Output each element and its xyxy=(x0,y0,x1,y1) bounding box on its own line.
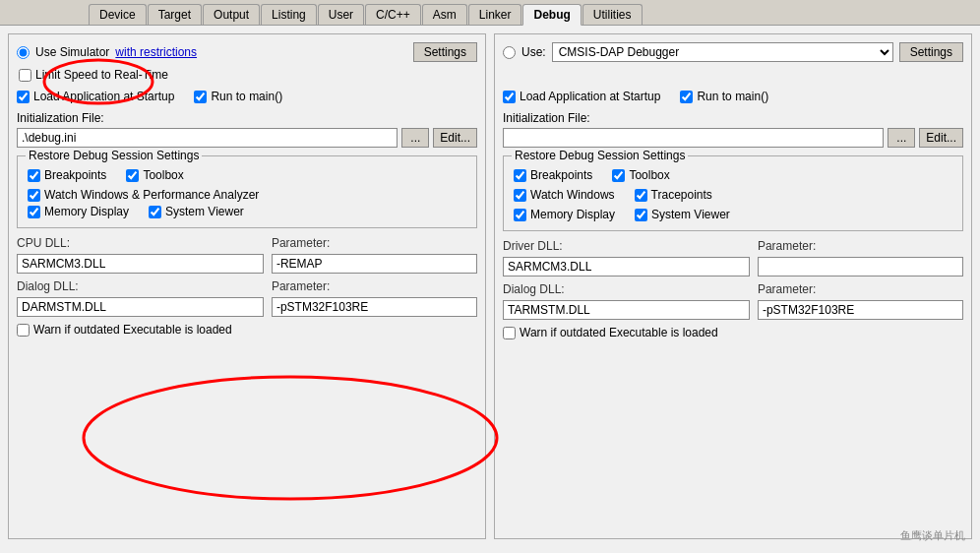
watch-windows-row-left: Watch Windows & Performance Analyzer xyxy=(28,188,466,202)
breakpoints-label-right: Breakpoints xyxy=(530,168,592,182)
watch-windows-label-left: Watch Windows & Performance Analyzer xyxy=(44,188,259,202)
dialog-dll-label-left: Dialog DLL: xyxy=(17,279,264,293)
restore-group-right: Restore Debug Session Settings Breakpoin… xyxy=(503,155,963,231)
dialog-param-input-right[interactable] xyxy=(758,300,963,320)
driver-param-input[interactable] xyxy=(758,257,963,276)
watch-windows-row-right: Watch Windows xyxy=(514,188,615,202)
right-panel: Use: CMSIS-DAP Debugger Settings Load Ap… xyxy=(494,33,972,539)
system-viewer-checkbox-left[interactable] xyxy=(149,206,161,218)
main-container: Device Target Output Listing User C/C++ … xyxy=(0,0,980,553)
memory-display-row-left: Memory Display xyxy=(28,205,129,218)
init-file-row-right: ... Edit... xyxy=(503,128,963,148)
memory-display-checkbox-right[interactable] xyxy=(514,209,526,221)
run-to-main-row-left: Run to main() xyxy=(194,90,282,103)
dialog-dll-input-left[interactable] xyxy=(17,297,264,317)
dialog-param-input-left[interactable] xyxy=(272,297,477,317)
with-restrictions-link[interactable]: with restrictions xyxy=(115,45,197,59)
run-to-main-row-right: Run to main() xyxy=(680,90,768,103)
warn-label-right: Warn if outdated Executable is loaded xyxy=(520,326,718,339)
run-to-main-checkbox-right[interactable] xyxy=(680,91,693,103)
dialog-param-col-right xyxy=(758,300,963,320)
init-file-label-left: Initialization File: xyxy=(17,111,477,125)
browse-button-right[interactable]: ... xyxy=(888,128,915,148)
dialog-dll-labels-row-left: Dialog DLL: Parameter: xyxy=(17,279,477,293)
breakpoints-label-left: Breakpoints xyxy=(44,168,106,182)
run-to-main-label-left: Run to main() xyxy=(211,90,282,103)
use-label-right: Use: xyxy=(521,45,546,59)
use-debugger-radio[interactable] xyxy=(503,46,516,59)
tab-linker[interactable]: Linker xyxy=(468,4,522,25)
tab-output[interactable]: Output xyxy=(203,4,260,25)
dialog-dll-col-left xyxy=(17,297,264,317)
tab-user[interactable]: User xyxy=(318,4,364,25)
right-settings-button[interactable]: Settings xyxy=(899,42,963,62)
tracepoints-label-right: Tracepoints xyxy=(651,188,712,202)
dialog-dll-labels-row-right: Dialog DLL: Parameter: xyxy=(503,282,963,296)
init-file-input-right[interactable] xyxy=(503,128,884,148)
tracepoints-row-right: Tracepoints xyxy=(635,188,712,202)
toolbox-row-left: Toolbox xyxy=(126,168,183,182)
debugger-select[interactable]: CMSIS-DAP Debugger xyxy=(552,42,893,62)
load-app-label-right: Load Application at Startup xyxy=(520,90,660,103)
warn-checkbox-right[interactable] xyxy=(503,327,516,339)
left-panel: Use Simulator with restrictions Settings… xyxy=(8,33,486,539)
cpu-dll-input[interactable] xyxy=(17,254,264,274)
warn-checkbox-left[interactable] xyxy=(17,324,30,337)
dialog-param-label-left: Parameter: xyxy=(272,279,477,293)
watermark: 鱼鹰谈单片机 xyxy=(900,528,965,543)
cpu-param-input[interactable] xyxy=(272,254,477,274)
breakpoints-checkbox-left[interactable] xyxy=(28,169,40,182)
init-file-row-left: ... Edit... xyxy=(17,128,477,148)
restore-group-title-left: Restore Debug Session Settings xyxy=(26,149,202,162)
limit-speed-row: Limit Speed to Real-Time xyxy=(17,68,477,82)
debugger-dropdown-field: CMSIS-DAP Debugger xyxy=(552,42,893,62)
run-to-main-checkbox-left[interactable] xyxy=(194,91,207,103)
tab-asm[interactable]: Asm xyxy=(422,4,467,25)
restore-group-title-right: Restore Debug Session Settings xyxy=(512,149,688,162)
use-simulator-radio[interactable] xyxy=(17,46,30,59)
tab-listing[interactable]: Listing xyxy=(261,4,317,25)
memory-display-checkbox-left[interactable] xyxy=(28,206,40,218)
driver-dll-section: Driver DLL: Parameter: xyxy=(503,239,963,276)
breakpoints-row-right: Breakpoints xyxy=(514,168,592,182)
dialog-param-col-left xyxy=(272,297,477,317)
load-app-checkbox-right[interactable] xyxy=(503,91,516,103)
watch-windows-checkbox-right[interactable] xyxy=(514,189,526,202)
group-checks-right: Breakpoints Toolbox Watch Windows xyxy=(514,168,952,224)
dialog-dll-input-right[interactable] xyxy=(503,300,750,320)
limit-speed-label: Limit Speed to Real-Time xyxy=(35,68,168,82)
tab-debug[interactable]: Debug xyxy=(522,4,581,26)
load-app-row-right: Load Application at Startup xyxy=(503,90,660,103)
toolbox-checkbox-left[interactable] xyxy=(126,169,139,182)
use-simulator-row: Use Simulator with restrictions Settings xyxy=(17,42,477,62)
toolbox-checkbox-right[interactable] xyxy=(612,169,625,182)
left-settings-button[interactable]: Settings xyxy=(413,42,477,62)
load-app-checkbox-left[interactable] xyxy=(17,91,30,103)
tab-cpp[interactable]: C/C++ xyxy=(365,4,421,25)
edit-button-right[interactable]: Edit... xyxy=(919,128,963,148)
watch-windows-checkbox-left[interactable] xyxy=(28,189,40,202)
limit-speed-checkbox[interactable] xyxy=(19,69,31,82)
driver-param-col xyxy=(758,257,963,276)
driver-dll-input[interactable] xyxy=(503,257,750,276)
cpu-param-col xyxy=(272,254,477,274)
warn-row-right: Warn if outdated Executable is loaded xyxy=(503,326,963,339)
browse-button-left[interactable]: ... xyxy=(401,128,429,148)
driver-dll-labels-row: Driver DLL: Parameter: xyxy=(503,239,963,253)
tracepoints-checkbox-right[interactable] xyxy=(635,189,647,202)
tab-device[interactable]: Device xyxy=(89,4,147,25)
system-viewer-checkbox-right[interactable] xyxy=(635,209,647,221)
system-viewer-label-right: System Viewer xyxy=(651,208,730,221)
cpu-param-label: Parameter: xyxy=(272,236,477,250)
driver-param-label: Parameter: xyxy=(758,239,963,253)
system-viewer-label-left: System Viewer xyxy=(165,205,244,218)
tab-utilities[interactable]: Utilities xyxy=(582,4,643,25)
edit-button-left[interactable]: Edit... xyxy=(433,128,477,148)
load-app-row-left: Load Application at Startup xyxy=(17,90,174,103)
system-viewer-row-left: System Viewer xyxy=(149,205,244,218)
init-file-input-left[interactable] xyxy=(17,128,398,148)
use-debugger-row: Use: CMSIS-DAP Debugger Settings xyxy=(503,42,963,62)
breakpoints-checkbox-right[interactable] xyxy=(514,169,526,182)
tab-target[interactable]: Target xyxy=(148,4,202,25)
cpu-dll-section: CPU DLL: Parameter: xyxy=(17,236,477,274)
